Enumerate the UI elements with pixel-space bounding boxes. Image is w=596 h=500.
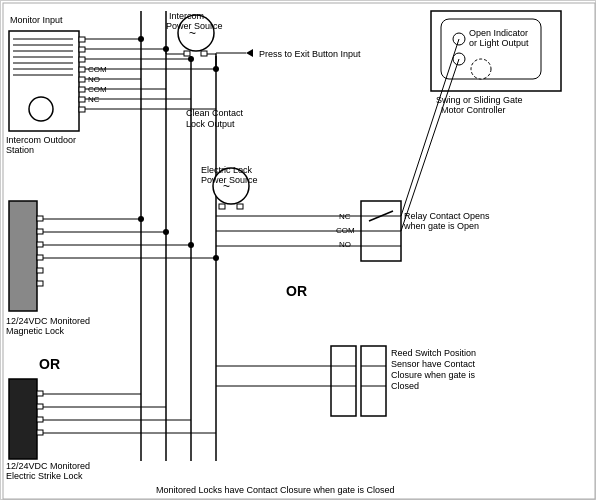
svg-text:Sensor have Contact: Sensor have Contact [391, 359, 476, 369]
svg-rect-70 [37, 417, 43, 422]
svg-text:Relay Contact Opens: Relay Contact Opens [404, 211, 490, 221]
svg-rect-68 [37, 391, 43, 396]
svg-text:12/24VDC Monitored: 12/24VDC Monitored [6, 461, 90, 471]
svg-text:Motor Controller: Motor Controller [441, 105, 506, 115]
svg-text:Monitor Input: Monitor Input [10, 15, 63, 25]
svg-point-85 [213, 255, 219, 261]
svg-text:Station: Station [6, 145, 34, 155]
svg-rect-58 [37, 216, 43, 221]
svg-text:OR: OR [39, 356, 60, 372]
svg-rect-15 [79, 57, 85, 62]
svg-rect-61 [37, 255, 43, 260]
svg-rect-18 [79, 87, 85, 92]
svg-rect-17 [79, 77, 85, 82]
svg-text:Clean Contact: Clean Contact [186, 108, 244, 118]
svg-text:NO: NO [339, 240, 351, 249]
svg-point-84 [188, 242, 194, 248]
svg-text:Press to Exit Button Input: Press to Exit Button Input [259, 49, 361, 59]
svg-rect-71 [37, 430, 43, 435]
svg-text:Swing or Sliding Gate: Swing or Sliding Gate [436, 95, 523, 105]
svg-text:Electric Strike Lock: Electric Strike Lock [6, 471, 83, 481]
svg-text:Power Source: Power Source [201, 175, 258, 185]
svg-text:Closed: Closed [391, 381, 419, 391]
svg-rect-13 [79, 37, 85, 42]
svg-text:Power Source: Power Source [166, 21, 223, 31]
svg-text:Lock Output: Lock Output [186, 119, 235, 129]
svg-text:when gate is Open: when gate is Open [403, 221, 479, 231]
svg-rect-59 [37, 229, 43, 234]
svg-rect-29 [184, 51, 190, 56]
svg-text:or Light Output: or Light Output [469, 38, 529, 48]
svg-point-83 [163, 229, 169, 235]
wiring-diagram: Monitor Input Intercom Outdoor Station C… [0, 0, 596, 500]
svg-rect-69 [37, 404, 43, 409]
svg-text:Reed Switch Position: Reed Switch Position [391, 348, 476, 358]
svg-point-91 [471, 59, 491, 79]
svg-rect-30 [201, 51, 207, 56]
svg-point-45 [138, 36, 144, 42]
svg-rect-60 [37, 242, 43, 247]
svg-point-82 [138, 216, 144, 222]
svg-text:Intercom: Intercom [169, 11, 204, 21]
svg-rect-16 [79, 67, 85, 72]
svg-point-9 [29, 97, 53, 121]
svg-text:Magnetic Lock: Magnetic Lock [6, 326, 65, 336]
svg-text:Monitored Locks have Contact C: Monitored Locks have Contact Closure whe… [156, 485, 395, 495]
svg-point-47 [188, 56, 194, 62]
svg-text:Electric Lock: Electric Lock [201, 165, 253, 175]
svg-rect-62 [37, 268, 43, 273]
svg-rect-20 [79, 107, 85, 112]
svg-text:12/24VDC Monitored: 12/24VDC Monitored [6, 316, 90, 326]
svg-rect-63 [37, 281, 43, 286]
svg-text:Intercom Outdoor: Intercom Outdoor [6, 135, 76, 145]
svg-rect-14 [79, 47, 85, 52]
svg-rect-57 [9, 201, 37, 311]
svg-rect-19 [79, 97, 85, 102]
svg-rect-110 [331, 346, 356, 416]
svg-text:Open Indicator: Open Indicator [469, 28, 528, 38]
svg-text:OR: OR [286, 283, 307, 299]
svg-rect-56 [237, 204, 243, 209]
svg-rect-111 [361, 346, 386, 416]
svg-rect-55 [219, 204, 225, 209]
svg-rect-67 [9, 379, 37, 459]
svg-text:Closure when gate is: Closure when gate is [391, 370, 476, 380]
